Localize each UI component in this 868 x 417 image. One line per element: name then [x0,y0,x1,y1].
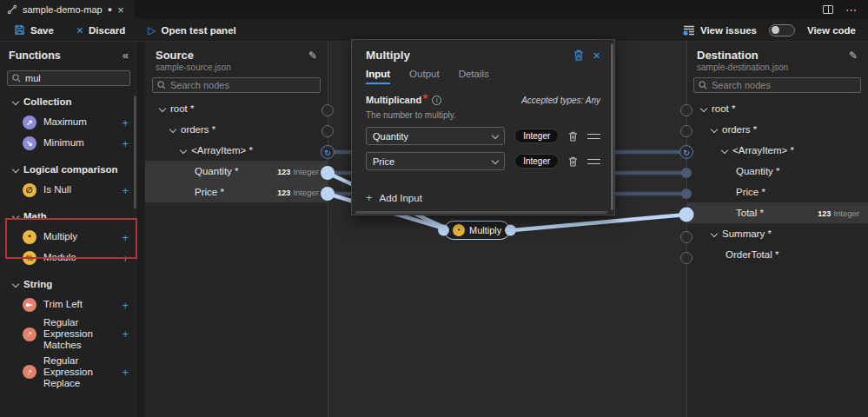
tree-node-root[interactable]: root * [145,98,328,119]
tree-node-ordertotal[interactable]: OrderTotal * [686,244,868,265]
chevron-down-icon [12,167,18,173]
tree-node-price[interactable]: Price * 123 Integer [145,182,328,202]
chevron-down-icon[interactable] [711,127,717,133]
source-filename: sample-source.json [145,62,328,72]
collapse-panel-icon[interactable]: « [123,49,129,62]
dialog-horizontal-scrollbar[interactable] [355,211,607,214]
add-input-button[interactable]: + Add Input [366,191,600,204]
group-math[interactable]: Math [0,206,137,227]
accepted-types-label: Accepted types: Any [521,96,600,105]
input-row-1: Price Integer [366,152,600,170]
input-row-0: Quantity Integer [366,127,600,145]
edit-source-icon[interactable]: ✎ [308,50,317,62]
tab-details[interactable]: Details [459,69,489,84]
dialog-title: Multiply [366,49,410,62]
view-issues-button[interactable]: View issues [683,25,757,36]
discard-button[interactable]: × Discard [76,23,125,37]
function-item-trim-left[interactable]: ⇤ Trim Left + [0,295,137,315]
group-logical-comparison[interactable]: Logical comparison [0,159,137,180]
tree-node-orders[interactable]: orders * [145,119,328,140]
functions-panel: Functions « Collection ↗ Maximum + ↘ Min… [0,42,137,417]
destination-search-input[interactable] [712,80,856,90]
more-actions-icon[interactable]: ⋯ [845,3,858,17]
tab-close-icon[interactable]: × [117,4,124,16]
tree-node-quantity[interactable]: Quantity * [686,161,868,182]
functions-title: Functions [9,50,61,62]
view-code-toggle[interactable] [769,24,795,36]
functions-search-input[interactable] [25,73,125,83]
destination-panel: Destination ✎ sample-destination.json ro… [686,42,868,417]
add-function-button[interactable]: + [122,184,129,197]
remove-input-icon[interactable] [568,156,578,167]
view-code-button[interactable]: View code [807,25,856,36]
source-search-input[interactable] [170,80,315,90]
tree-node-arrayitem[interactable]: <ArrayItem> * [145,140,328,161]
chevron-down-icon[interactable] [169,127,176,133]
add-function-button[interactable]: + [122,299,129,312]
function-item-maximum[interactable]: ↗ Maximum + [0,112,137,133]
group-string[interactable]: String [0,274,137,295]
source-search[interactable] [152,77,321,93]
tab-input[interactable]: Input [366,69,390,84]
tree-node-quantity[interactable]: Quantity * 123 Integer [145,161,328,182]
tree-node-price[interactable]: Price * [686,182,868,202]
add-function-button[interactable]: + [122,328,129,341]
function-item-multiply[interactable]: * Multiply + [0,227,137,248]
function-item-modulo[interactable]: % Modulo + [0,248,137,268]
destination-tree: root * orders * <ArrayItem> * Quantity *… [686,98,868,265]
source-panel: Source ✎ sample-source.json root * order… [145,42,328,417]
multiply-properties-dialog: Multiply × Input Output Details Multipli… [351,39,615,215]
tab-label: sample-demo-map [23,4,103,15]
add-function-button[interactable]: + [122,252,129,265]
function-item-is-null[interactable]: ∅ Is Null + [0,180,137,201]
function-item-regex-replace[interactable]: .* Regular Expression Replace + [0,354,137,392]
info-icon[interactable]: i [432,96,441,105]
add-function-button[interactable]: + [122,137,129,150]
maximum-icon: ↗ [23,116,36,129]
chevron-down-icon[interactable] [180,148,186,154]
close-dialog-icon[interactable]: × [593,49,600,62]
chevron-down-icon [492,158,498,164]
chevron-down-icon [12,281,18,288]
add-function-button[interactable]: + [122,116,129,129]
remove-input-icon[interactable] [568,131,578,142]
editor-tab[interactable]: sample-demo-map ● × [0,0,134,19]
open-test-panel-button[interactable]: ▷ Open test panel [148,24,236,36]
input-select-quantity[interactable]: Quantity [366,127,505,145]
save-button[interactable]: Save [14,24,54,36]
chevron-down-icon[interactable] [700,106,706,112]
add-function-button[interactable]: + [122,366,129,379]
destination-title: Destination [697,49,759,62]
group-collection[interactable]: Collection [0,91,137,112]
chevron-down-icon[interactable] [711,231,717,237]
drag-handle-icon[interactable] [587,134,600,139]
regex-replace-icon: .* [23,365,36,379]
edit-destination-icon[interactable]: ✎ [849,50,858,62]
tree-node-orders[interactable]: orders * [686,119,868,140]
source-title: Source [156,49,194,62]
split-editor-icon[interactable] [823,5,833,14]
multiply-function-node[interactable]: * Multiply [444,221,510,240]
add-function-button[interactable]: + [122,231,129,244]
chevron-down-icon[interactable] [159,106,165,112]
field-description: The number to multiply. [366,110,600,120]
datamap-file-icon [7,4,17,15]
function-item-minimum[interactable]: ↘ Minimum + [0,133,137,154]
tree-node-summary[interactable]: Summary * [686,223,868,244]
input-select-price[interactable]: Price [366,152,505,170]
tab-output[interactable]: Output [409,69,440,84]
delete-node-icon[interactable] [573,50,584,61]
modulo-icon: % [23,251,36,265]
chevron-down-icon[interactable] [721,148,727,154]
function-item-regex-matches[interactable]: .* Regular Expression Matches + [0,315,137,354]
dialog-vertical-scrollbar[interactable] [611,43,613,210]
drag-handle-icon[interactable] [587,159,600,164]
save-icon [14,24,25,36]
tree-node-arrayitem[interactable]: <ArrayItem> * [686,140,868,161]
functions-scrollbar[interactable] [134,96,136,208]
destination-search[interactable] [693,77,861,93]
search-icon [699,81,707,89]
functions-search[interactable] [7,70,130,86]
tree-node-total[interactable]: Total * 123 Integer [686,202,868,223]
tree-node-root[interactable]: root * [686,98,868,119]
